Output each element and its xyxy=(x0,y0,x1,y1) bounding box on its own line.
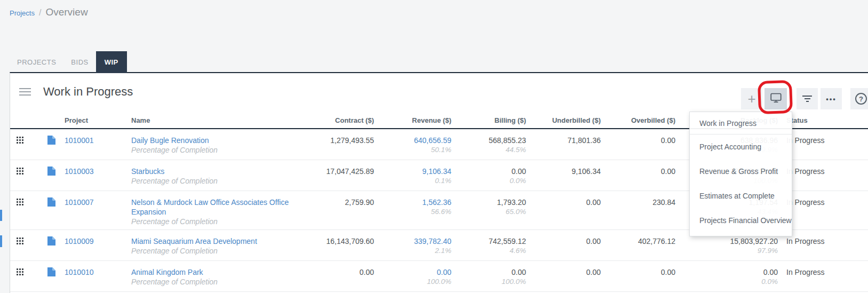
accounting-method-label: Percentage of Completion xyxy=(131,278,297,287)
edge-artifact xyxy=(0,210,2,221)
col-header-underbilled: Underbilled ($) xyxy=(526,116,601,124)
backlog-percent: 97.9% xyxy=(675,247,778,255)
billing-percent: 65.0% xyxy=(451,208,526,216)
drag-handle-icon[interactable] xyxy=(17,237,24,245)
project-number-link[interactable]: 1010010 xyxy=(65,268,94,276)
contract-value: 2,759.90 xyxy=(297,197,374,207)
project-number-link[interactable]: 1010001 xyxy=(65,136,94,145)
project-name-link[interactable]: Nelson & Murdock Law Office Associates O… xyxy=(131,197,297,217)
overbilled-value: 402,776.12 xyxy=(601,236,675,246)
drag-handle-icon[interactable] xyxy=(17,268,24,276)
edge-artifact xyxy=(0,235,2,247)
tab-projects[interactable]: PROJECTS xyxy=(10,51,63,73)
col-header-overbilled: Overbilled ($) xyxy=(601,116,675,124)
revenue-percent: 50.1% xyxy=(374,146,451,154)
project-name-link[interactable]: Starbucks xyxy=(131,167,164,176)
project-name-link[interactable]: Daily Bugle Renovation xyxy=(131,136,209,145)
menu-item[interactable]: Projects Financial Overview xyxy=(690,208,792,233)
project-number-link[interactable]: 1010003 xyxy=(65,167,94,176)
underbilled-value: 9,106.34 xyxy=(526,167,601,176)
breadcrumb-current-page: Overview xyxy=(45,6,87,18)
help-button[interactable]: ? xyxy=(850,88,868,109)
project-number-link[interactable]: 1010009 xyxy=(65,237,94,246)
filter-button[interactable] xyxy=(797,88,818,109)
underbilled-value: 0.00 xyxy=(526,197,601,207)
revenue-value-link[interactable]: 1,562.36 xyxy=(374,197,451,207)
project-name-link[interactable]: Miami Seaquarium Area Development xyxy=(131,236,257,246)
drag-handle-icon[interactable] xyxy=(17,137,24,144)
page-title: Work in Progress xyxy=(43,85,133,99)
add-button[interactable]: + xyxy=(741,88,762,109)
menu-item[interactable]: Project Accounting xyxy=(690,134,792,159)
help-icon: ? xyxy=(855,93,867,105)
revenue-value-link[interactable]: 9,106.34 xyxy=(374,167,451,176)
project-number-link[interactable]: 1010007 xyxy=(65,198,94,207)
backlog-value: 0.00 xyxy=(675,267,778,277)
monitor-view-button[interactable] xyxy=(765,88,787,109)
menu-item[interactable]: Estimates at Complete xyxy=(690,184,792,208)
billing-percent: 0.0% xyxy=(451,177,526,185)
accounting-method-label: Percentage of Completion xyxy=(131,146,297,155)
menu-icon[interactable] xyxy=(19,88,31,96)
backlog-value: 15,803,927.20 xyxy=(675,236,778,246)
overbilled-value: 230.84 xyxy=(601,197,675,207)
contract-value: 17,047,425.89 xyxy=(297,167,374,176)
view-selector-dropdown: Work in Progress Project Accounting Reve… xyxy=(689,112,792,236)
breadcrumb-projects-link[interactable]: Projects xyxy=(10,9,35,17)
billing-value: 568,855.23 xyxy=(451,136,526,145)
revenue-percent: 56.6% xyxy=(374,208,451,216)
underbilled-value: 0.00 xyxy=(526,267,601,277)
plus-icon: + xyxy=(747,91,755,107)
billing-percent: 100.0% xyxy=(451,278,526,286)
revenue-value-link[interactable]: 339,782.40 xyxy=(374,236,451,246)
revenue-value-link[interactable]: 640,656.59 xyxy=(374,136,451,145)
contract-value: 0.00 xyxy=(297,267,374,277)
toolbar: + ••• ? xyxy=(741,88,868,109)
revenue-value-link[interactable]: 0.00 xyxy=(374,267,451,277)
document-icon[interactable] xyxy=(47,137,55,146)
project-name-link[interactable]: Animal Kingdom Park xyxy=(131,267,203,277)
document-icon[interactable] xyxy=(47,269,55,278)
tab-bids[interactable]: BIDS xyxy=(63,51,95,73)
tab-bar: PROJECTS BIDS WIP xyxy=(10,51,127,73)
billing-percent: 4.6% xyxy=(451,247,526,255)
menu-item[interactable]: Revenue & Gross Profit xyxy=(690,159,792,184)
col-header-name: Name xyxy=(131,116,297,124)
col-header-contract: Contract ($) xyxy=(297,116,374,124)
contract-value: 16,143,709.60 xyxy=(297,236,374,246)
tab-wip[interactable]: WIP xyxy=(96,51,127,73)
menu-item[interactable]: Work in Progress xyxy=(690,112,792,134)
accounting-method-label: Percentage of Completion xyxy=(131,247,297,256)
table-row: 1010010 Animal Kingdom Park Percentage o… xyxy=(10,261,868,292)
drag-handle-icon[interactable] xyxy=(17,168,24,175)
billing-value: 1,793.20 xyxy=(451,197,526,207)
document-icon[interactable] xyxy=(47,168,55,177)
contract-value: 1,279,493.55 xyxy=(297,136,374,145)
billing-value: 0.00 xyxy=(451,167,526,176)
drag-handle-icon[interactable] xyxy=(17,199,24,206)
filter-icon xyxy=(802,96,812,102)
backlog-percent: 0.0% xyxy=(675,278,778,286)
document-icon[interactable] xyxy=(47,199,55,208)
breadcrumb-separator: / xyxy=(39,8,41,18)
accounting-method-label: Percentage of Completion xyxy=(131,177,297,186)
revenue-percent: 0.1% xyxy=(374,177,451,185)
underbilled-value: 0.00 xyxy=(526,236,601,246)
overbilled-value: 0.00 xyxy=(601,167,675,176)
overbilled-value: 0.00 xyxy=(601,136,675,145)
col-header-revenue: Revenue ($) xyxy=(374,116,451,124)
col-header-project: Project xyxy=(57,116,131,124)
status-label: In Progress xyxy=(778,267,868,277)
revenue-percent: 2.1% xyxy=(374,247,451,255)
col-header-billing: Billing ($) xyxy=(451,116,526,124)
more-options-button[interactable]: ••• xyxy=(821,88,842,109)
billing-percent: 44.5% xyxy=(451,146,526,154)
document-icon[interactable] xyxy=(47,238,55,247)
billing-value: 742,559.12 xyxy=(451,236,526,246)
panel-header: Work in Progress + ••• xyxy=(10,73,868,112)
accounting-method-label: Percentage of Completion xyxy=(131,217,297,226)
billing-value: 0.00 xyxy=(451,267,526,277)
revenue-percent: 100.0% xyxy=(374,278,451,286)
overbilled-value: 0.00 xyxy=(601,267,675,277)
status-label: In Progress xyxy=(778,236,868,246)
